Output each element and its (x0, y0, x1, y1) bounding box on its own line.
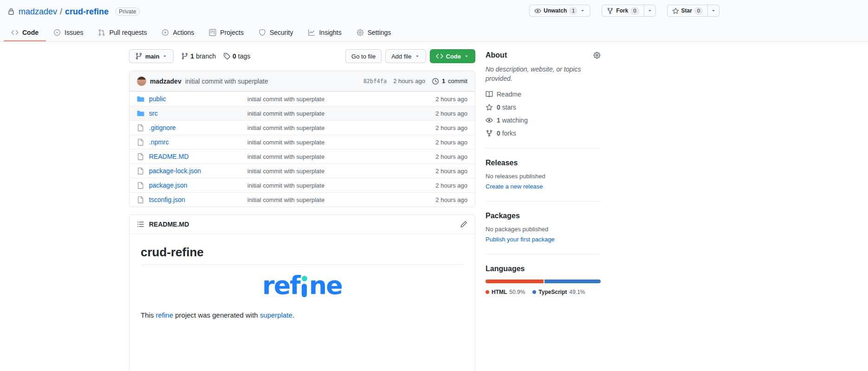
language-legend: HTML 50.9% TypeScript 49.1% (486, 289, 601, 295)
readme-filename-link[interactable]: README.MD (149, 221, 189, 228)
commit-message-link[interactable]: initial commit with superplate (247, 196, 416, 203)
superplate-link[interactable]: superplate (260, 311, 292, 319)
book-icon (486, 91, 493, 98)
table-row: package-lock.json initial commit with su… (130, 163, 475, 178)
tab-label: Security (270, 29, 293, 36)
table-row: package.json initial commit with superpl… (130, 178, 475, 192)
stars-count: 0 (694, 7, 703, 15)
star-dropdown-button[interactable] (708, 5, 719, 17)
languages-section: Languages HTML 50.9% TypeScript 49.1% (486, 254, 601, 306)
star-control: Star 0 (667, 5, 719, 17)
language-bar-segment-typescript[interactable] (544, 280, 601, 283)
file-link[interactable]: tsconfig.json (149, 196, 247, 203)
breadcrumb-separator: / (60, 7, 62, 17)
file-icon (137, 196, 144, 203)
tab-actions[interactable]: Actions (154, 24, 201, 41)
tab-projects[interactable]: Projects (201, 24, 251, 41)
repo-owner-link[interactable]: madzadev (19, 7, 57, 17)
commit-time: 2 hours ago (393, 78, 425, 85)
star-button[interactable]: Star 0 (667, 5, 708, 17)
readme-content: crud-refine refne This refine project wa… (130, 234, 475, 371)
fork-button[interactable]: Fork 0 (602, 5, 644, 17)
language-bar-segment-html[interactable] (486, 280, 544, 283)
add-file-button[interactable]: Add file (385, 49, 426, 63)
commit-message-link[interactable]: initial commit with superplate (247, 110, 416, 117)
tab-settings[interactable]: Settings (349, 24, 399, 41)
folder-icon (137, 110, 144, 117)
repo-tab-nav: Code Issues Pull requests Actions Projec… (0, 24, 868, 41)
logo-i-stem (302, 284, 307, 297)
refine-logo: refne (262, 273, 342, 298)
file-link[interactable]: public (149, 95, 247, 103)
branches-link[interactable]: 1 branch (181, 52, 216, 60)
branch-icon (181, 52, 188, 60)
about-section: About No description, website, or topics… (486, 49, 601, 149)
file-link[interactable]: .gitignore (149, 124, 247, 131)
releases-empty-text: No releases published (486, 173, 601, 180)
language-item-typescript[interactable]: TypeScript 49.1% (532, 289, 585, 295)
edit-readme-button[interactable] (460, 221, 467, 228)
edit-repo-details-button[interactable] (593, 52, 601, 59)
avatar[interactable] (137, 77, 146, 86)
file-tree-box: madzadev initial commit with superplate … (129, 71, 475, 207)
commit-author-link[interactable]: madzadev (150, 78, 181, 85)
readme-sidebar-link[interactable]: Readme (486, 91, 601, 98)
readme-paragraph: This refine project was generated with s… (141, 310, 464, 321)
tab-security[interactable]: Security (251, 24, 301, 41)
file-link[interactable]: package.json (149, 182, 247, 189)
file-icon (137, 153, 144, 160)
current-branch-label: main (145, 53, 159, 60)
star-label: Star (681, 7, 692, 14)
chevron-down-icon (580, 8, 585, 13)
chevron-down-icon (711, 8, 716, 13)
commit-message-link[interactable]: initial commit with superplate (247, 182, 416, 189)
repo-name-link[interactable]: crud-refine (65, 7, 109, 17)
logo-i-dot (302, 276, 307, 281)
folder-icon (137, 95, 144, 103)
file-link[interactable]: package-lock.json (149, 167, 247, 175)
tab-pull-requests[interactable]: Pull requests (91, 24, 154, 41)
commit-message-link[interactable]: initial commit with superplate (247, 153, 416, 160)
list-icon (137, 221, 144, 228)
language-item-html[interactable]: HTML 50.9% (486, 289, 525, 295)
tab-label: Actions (173, 29, 194, 36)
releases-section: Releases No releases published Create a … (486, 149, 601, 202)
commit-message-link[interactable]: initial commit with superplate (185, 78, 268, 85)
eye-icon (534, 7, 541, 14)
fork-dropdown-button[interactable] (644, 5, 656, 17)
gear-icon (593, 52, 601, 59)
branch-icon (135, 52, 143, 60)
tab-code[interactable]: Code (4, 24, 46, 41)
readme-title: crud-refine (141, 245, 464, 265)
code-download-button[interactable]: Code (430, 49, 476, 63)
file-link[interactable]: README.MD (149, 153, 247, 160)
watching-sidebar-link[interactable]: 1 watching (486, 117, 601, 124)
go-to-file-button[interactable]: Go to file (345, 49, 382, 63)
repo-actions: Unwatch 1 Fork 0 Star 0 (529, 5, 719, 17)
table-row: src initial commit with superplate 2 hou… (130, 106, 475, 120)
chevron-down-icon (162, 53, 168, 59)
tab-issues[interactable]: Issues (46, 24, 91, 41)
commit-message-link[interactable]: initial commit with superplate (247, 96, 416, 103)
file-link[interactable]: src (149, 110, 247, 117)
commit-history-link[interactable]: 1 commit (432, 78, 467, 85)
create-release-link[interactable]: Create a new release (486, 183, 543, 190)
commit-message-link[interactable]: initial commit with superplate (247, 124, 416, 131)
language-color-dot (532, 290, 536, 294)
branch-selector-button[interactable]: main (129, 49, 174, 63)
commit-message-link[interactable]: initial commit with superplate (247, 139, 416, 146)
publish-package-link[interactable]: Publish your first package (486, 236, 555, 243)
file-link[interactable]: .npmrc (149, 138, 247, 146)
forks-sidebar-link[interactable]: 0 forks (486, 130, 601, 137)
unwatch-button[interactable]: Unwatch 1 (529, 5, 590, 17)
file-updated-time: 2 hours ago (416, 153, 467, 160)
refine-link[interactable]: refine (156, 311, 174, 319)
tab-insights[interactable]: Insights (300, 24, 349, 41)
stars-sidebar-link[interactable]: 0 stars (486, 104, 601, 111)
commit-message-link[interactable]: initial commit with superplate (247, 168, 416, 175)
about-title: About (486, 51, 507, 59)
commit-sha-link[interactable]: 82bf4fa (363, 78, 387, 85)
forks-count: 0 (630, 7, 639, 15)
tags-link[interactable]: 0 tags (223, 52, 250, 60)
visibility-badge: Private (115, 7, 140, 16)
